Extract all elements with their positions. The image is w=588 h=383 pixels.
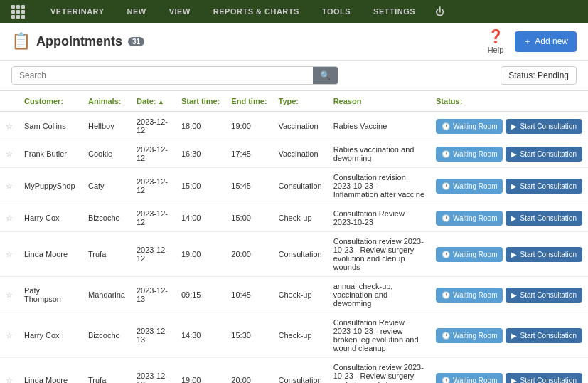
nav-view[interactable]: VIEW — [166, 0, 193, 23]
col-start-time[interactable]: Start time: — [176, 91, 225, 112]
start-consultation-button[interactable]: ▶ Start Consultation — [506, 373, 582, 384]
col-animals[interactable]: Animals: — [82, 91, 131, 112]
row-reason: Consultation Review 2023-10-23 - review … — [328, 313, 430, 358]
row-bookmark[interactable]: ☆ — [0, 358, 18, 384]
table-row: ☆ Sam Collins Hellboy 2023-12-12 18:00 1… — [0, 112, 588, 140]
waiting-room-button[interactable]: 🕐 Waiting Room — [436, 211, 503, 226]
row-bookmark[interactable]: ☆ — [0, 232, 18, 277]
row-actions: 🕐 Waiting Room ▶ Start Consultation — [430, 313, 588, 358]
row-type: Consultation — [272, 232, 327, 277]
help-button[interactable]: ❓ Help — [488, 28, 504, 54]
row-reason: Consultation review 2023-10-23 - Review … — [328, 232, 430, 277]
clock-icon: 🕐 — [442, 150, 450, 158]
start-consultation-button[interactable]: ▶ Start Consultation — [506, 328, 582, 343]
start-consultation-button[interactable]: ▶ Start Consultation — [506, 247, 582, 262]
row-start-time: 19:00 — [176, 358, 225, 384]
row-type: Consultation — [272, 358, 327, 384]
row-animal: Bizcocho — [82, 204, 131, 232]
nav-new[interactable]: NEW — [124, 0, 149, 23]
row-start-time: 15:00 — [176, 168, 225, 204]
clock-icon: 🕐 — [442, 214, 450, 222]
app-grid-icon[interactable] — [11, 5, 25, 19]
col-bookmark — [0, 91, 18, 112]
appointments-badge: 31 — [128, 37, 144, 46]
row-start-time: 09:15 — [176, 277, 225, 313]
waiting-room-button[interactable]: 🕐 Waiting Room — [436, 288, 503, 303]
play-icon: ▶ — [511, 214, 517, 222]
add-new-button[interactable]: ＋ Add new — [515, 31, 577, 52]
waiting-room-button[interactable]: 🕐 Waiting Room — [436, 119, 503, 134]
row-customer: Linda Moore — [18, 358, 82, 384]
start-consultation-button[interactable]: ▶ Start Consultation — [506, 179, 582, 194]
waiting-room-button[interactable]: 🕐 Waiting Room — [436, 147, 503, 162]
row-bookmark[interactable]: ☆ — [0, 204, 18, 232]
col-type[interactable]: Type: — [272, 91, 327, 112]
start-consultation-button[interactable]: ▶ Start Consultation — [506, 211, 582, 226]
row-reason: Consultation review 2023-10-23 - Review … — [328, 358, 430, 384]
row-bookmark[interactable]: ☆ — [0, 313, 18, 358]
table-row: ☆ MyPuppyShop Caty 2023-12-12 15:00 15:4… — [0, 168, 588, 204]
row-end-time: 19:00 — [225, 112, 272, 140]
waiting-room-button[interactable]: 🕐 Waiting Room — [436, 373, 503, 384]
col-status[interactable]: Status: — [430, 91, 588, 112]
row-date: 2023-12-13 — [131, 313, 176, 358]
waiting-room-button[interactable]: 🕐 Waiting Room — [436, 328, 503, 343]
play-icon: ▶ — [511, 150, 517, 158]
row-bookmark[interactable]: ☆ — [0, 168, 18, 204]
col-end-time[interactable]: End time: — [225, 91, 272, 112]
help-icon: ❓ — [488, 28, 503, 44]
row-bookmark[interactable]: ☆ — [0, 277, 18, 313]
waiting-room-button[interactable]: 🕐 Waiting Room — [436, 179, 503, 194]
nav-tools[interactable]: TOOLS — [319, 0, 353, 23]
waiting-room-label: Waiting Room — [453, 332, 497, 340]
nav-reports[interactable]: REPORTS & CHARTS — [210, 0, 302, 23]
waiting-room-label: Waiting Room — [453, 251, 497, 258]
waiting-room-button[interactable]: 🕐 Waiting Room — [436, 247, 503, 262]
search-bar: 🔍 Status: Pending — [0, 61, 588, 91]
col-customer[interactable]: Customer: — [18, 91, 82, 112]
start-consultation-button[interactable]: ▶ Start Consultation — [506, 147, 582, 162]
waiting-room-label: Waiting Room — [453, 150, 497, 158]
row-end-time: 10:45 — [225, 277, 272, 313]
appointments-table: Customer: Animals: Date: Start time: End… — [0, 91, 588, 383]
row-bookmark[interactable]: ☆ — [0, 112, 18, 140]
status-filter[interactable]: Status: Pending — [501, 66, 577, 85]
start-consultation-label: Start Consultation — [520, 291, 577, 299]
row-type: Check-up — [272, 277, 327, 313]
row-customer: Harry Cox — [18, 313, 82, 358]
row-reason: Consultation revision 2023-10-23 - Infla… — [328, 168, 430, 204]
row-start-time: 18:00 — [176, 112, 225, 140]
play-icon: ▶ — [511, 291, 517, 299]
start-consultation-label: Start Consultation — [520, 182, 577, 190]
row-start-time: 16:30 — [176, 140, 225, 168]
row-customer: MyPuppyShop — [18, 168, 82, 204]
col-date[interactable]: Date: — [131, 91, 176, 112]
nav-settings[interactable]: SETTINGS — [370, 0, 418, 23]
search-input[interactable] — [12, 67, 313, 84]
col-reason[interactable]: Reason — [328, 91, 430, 112]
row-date: 2023-12-12 — [131, 204, 176, 232]
nav-veterinary[interactable]: VETERINARY — [48, 0, 107, 23]
row-date: 2023-12-12 — [131, 140, 176, 168]
row-start-time: 14:30 — [176, 313, 225, 358]
power-icon[interactable]: ⏻ — [435, 6, 444, 17]
row-end-time: 15:00 — [225, 204, 272, 232]
table-header-row: Customer: Animals: Date: Start time: End… — [0, 91, 588, 112]
row-animal: Caty — [82, 168, 131, 204]
row-customer: Linda Moore — [18, 232, 82, 277]
search-button[interactable]: 🔍 — [313, 67, 338, 84]
row-date: 2023-12-12 — [131, 232, 176, 277]
table-row: ☆ Linda Moore Trufa 2023-12-13 19:00 20:… — [0, 358, 588, 384]
waiting-room-label: Waiting Room — [453, 291, 497, 299]
play-icon: ▶ — [511, 251, 517, 258]
start-consultation-button[interactable]: ▶ Start Consultation — [506, 119, 582, 134]
row-animal: Trufa — [82, 232, 131, 277]
row-bookmark[interactable]: ☆ — [0, 140, 18, 168]
sub-header: 📋 Appointments 31 ❓ Help ＋ Add new — [0, 23, 588, 61]
row-type: Vaccination — [272, 112, 327, 140]
row-end-time: 15:30 — [225, 313, 272, 358]
search-input-wrap: 🔍 — [11, 66, 338, 85]
row-actions: 🕐 Waiting Room ▶ Start Consultation — [430, 140, 588, 168]
start-consultation-label: Start Consultation — [520, 332, 577, 340]
start-consultation-button[interactable]: ▶ Start Consultation — [506, 288, 582, 303]
